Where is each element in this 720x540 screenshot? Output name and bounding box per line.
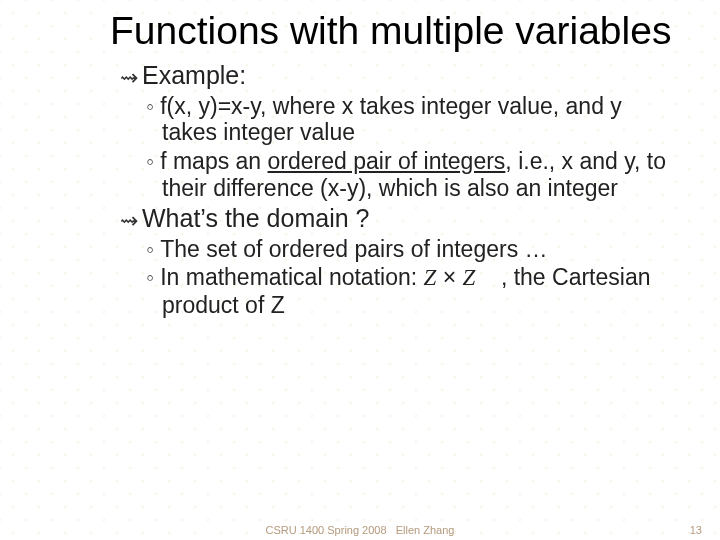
page-number: 13 xyxy=(690,524,702,536)
squiggle-arrow-icon: ⇝ xyxy=(120,65,138,90)
ring-bullet-icon: ◦ xyxy=(146,264,154,290)
math-z: Z xyxy=(424,265,437,290)
section-heading-text: What’s the domain ? xyxy=(142,204,369,232)
bullet-text: The set of ordered pairs of integers … xyxy=(160,236,547,262)
bullet-text: In mathematical notation: Z × Z , the Ca… xyxy=(160,264,650,318)
section-heading-example: ⇝Example: xyxy=(120,60,680,90)
ring-bullet-icon: ◦ xyxy=(146,93,154,119)
bullet-text: f(x, y)=x-y, where x takes integer value… xyxy=(160,93,622,146)
underlined-phrase: ordered pair of integers xyxy=(268,148,506,174)
bullet-item: ◦f maps an ordered pair of integers, i.e… xyxy=(146,148,680,201)
footer-center: CSRU 1400 Spring 2008 Ellen Zhang xyxy=(266,524,455,536)
bullet-item: ◦f(x, y)=x-y, where x takes integer valu… xyxy=(146,93,680,146)
ring-bullet-icon: ◦ xyxy=(146,148,154,174)
footer-course: CSRU 1400 Spring 2008 xyxy=(266,524,387,536)
slide-title: Functions with multiple variables xyxy=(110,10,680,52)
section-heading-text: Example: xyxy=(142,61,246,89)
bullet-text: f maps an ordered pair of integers, i.e.… xyxy=(160,148,666,201)
math-times: × xyxy=(443,264,456,290)
ring-bullet-icon: ◦ xyxy=(146,236,154,262)
footer-author: Ellen Zhang xyxy=(396,524,455,536)
squiggle-arrow-icon: ⇝ xyxy=(120,208,138,233)
math-z: Z xyxy=(463,265,476,290)
bullet-item: ◦In mathematical notation: Z × Z , the C… xyxy=(146,264,680,318)
slide: Functions with multiple variables ⇝Examp… xyxy=(0,0,720,540)
section-heading-domain: ⇝What’s the domain ? xyxy=(120,203,680,233)
bullet-item: ◦The set of ordered pairs of integers … xyxy=(146,236,680,263)
